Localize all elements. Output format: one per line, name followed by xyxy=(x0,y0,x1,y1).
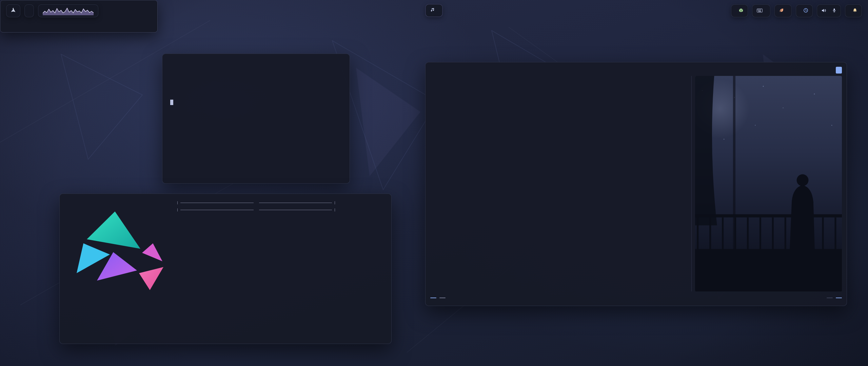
file-manager-window xyxy=(425,62,847,306)
workspace-switcher xyxy=(24,4,34,17)
scroll-percent-badge xyxy=(827,298,833,298)
terminal-window xyxy=(162,54,350,184)
text-cursor xyxy=(170,100,173,105)
image-preview xyxy=(695,76,842,291)
prompt-input-line[interactable] xyxy=(168,99,344,106)
mode-badge xyxy=(430,298,436,298)
software-section-header xyxy=(177,208,335,211)
microphone-icon xyxy=(832,8,836,14)
keyboard-layout-module[interactable] xyxy=(752,4,770,17)
status-bar xyxy=(430,293,842,302)
bell-icon xyxy=(853,8,857,14)
prompt-path-line xyxy=(168,93,344,99)
graph-icon xyxy=(43,6,94,15)
keyboard-icon xyxy=(757,8,763,14)
clock-module[interactable] xyxy=(796,4,813,17)
distro-crystal-logo xyxy=(66,201,173,337)
music-player-module[interactable] xyxy=(426,4,443,17)
speaker-icon xyxy=(822,8,826,14)
hardware-section-header xyxy=(177,201,335,204)
launcher-button[interactable] xyxy=(6,4,20,17)
package-icon xyxy=(739,8,743,14)
top-bar xyxy=(6,4,862,18)
parent-directory-pane xyxy=(430,76,477,291)
updates-module[interactable] xyxy=(731,4,748,17)
tab-badge[interactable] xyxy=(836,67,842,74)
preview-pane xyxy=(691,76,842,291)
temperature-module[interactable] xyxy=(774,4,792,17)
terminal-command-line xyxy=(168,59,344,65)
terminal-command-line xyxy=(168,79,344,86)
notifications-module[interactable] xyxy=(845,4,862,17)
arch-logo-icon xyxy=(10,7,17,15)
file-size-badge xyxy=(439,298,446,298)
music-note-icon xyxy=(430,7,435,14)
fetch-window xyxy=(59,194,392,344)
file-list-pane xyxy=(480,76,688,291)
leaf-icon xyxy=(779,8,784,14)
volume-module[interactable] xyxy=(817,4,841,17)
prompt-path-line xyxy=(168,72,344,79)
system-graph[interactable] xyxy=(38,4,98,17)
desktop: { "colors":{"accent":"#8aadf4","green":"… xyxy=(0,0,868,366)
clock-icon xyxy=(804,8,808,14)
cursor-position-badge xyxy=(836,298,842,298)
